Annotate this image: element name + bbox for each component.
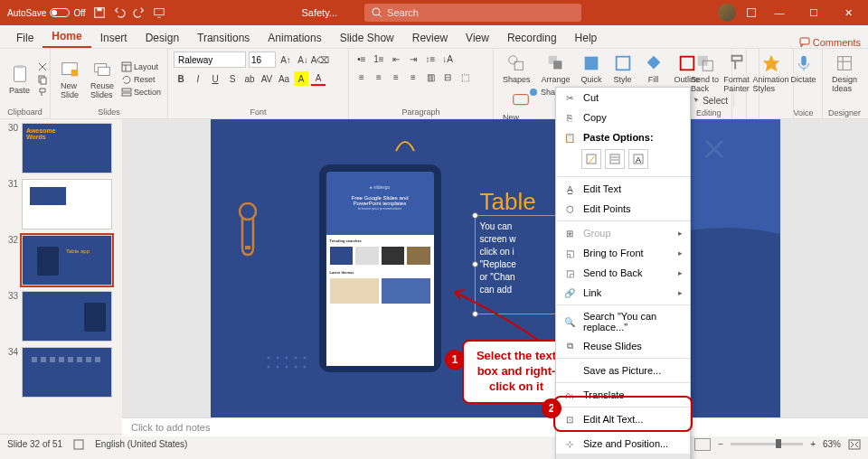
reuse-slides-button[interactable]: Reuse Slides	[87, 58, 118, 101]
clear-format-icon[interactable]: A⌫	[313, 52, 327, 67]
slide-thumbnails-panel[interactable]: 30AwesomeWords 31 32Table app 33 34	[0, 119, 122, 434]
thumbnail-32[interactable]: Table app	[22, 235, 112, 286]
minimize-button[interactable]: —	[767, 7, 792, 18]
ctx-translate[interactable]: 🗛Translate	[556, 385, 690, 405]
new-slide-button[interactable]: New Slide	[56, 58, 83, 101]
underline-button[interactable]: U	[208, 71, 222, 86]
arrange-button[interactable]: Arrange	[538, 52, 574, 86]
increase-font-icon[interactable]: A↑	[278, 52, 293, 67]
ctx-save-picture[interactable]: Save as Picture...	[556, 361, 690, 380]
change-case-button[interactable]: Aa	[277, 71, 291, 86]
present-icon[interactable]	[153, 6, 165, 19]
language-status[interactable]: English (United States)	[95, 439, 187, 449]
style-button[interactable]: Style	[609, 52, 637, 86]
zoom-out-button[interactable]: −	[718, 439, 723, 449]
italic-button[interactable]: I	[191, 71, 205, 86]
layout-button[interactable]: Layout	[121, 61, 161, 72]
ctx-alt-text[interactable]: ⊡Edit Alt Text...	[556, 409, 690, 429]
char-spacing-button[interactable]: AV	[259, 71, 274, 86]
paste-option-theme[interactable]	[581, 149, 601, 169]
ctx-copy[interactable]: ⎘Copy	[556, 108, 690, 127]
shadow-button[interactable]: ab	[242, 71, 257, 86]
ctx-format-shape[interactable]: ◆Format Shape...	[556, 454, 690, 459]
font-size-input[interactable]	[249, 52, 276, 68]
ctx-size-position[interactable]: ⊹Size and Position...	[556, 434, 690, 454]
tab-animations[interactable]: Animations	[259, 28, 330, 48]
format-painter-icon[interactable]	[37, 87, 48, 98]
notes-pane[interactable]: Click to add notes	[122, 417, 868, 436]
save-icon[interactable]	[93, 6, 106, 19]
line-spacing-button[interactable]: ↕≡	[423, 52, 438, 66]
ctx-bring-front[interactable]: ◱Bring to Front▸	[556, 243, 690, 263]
quick-styles-button[interactable]: Quick	[578, 52, 606, 86]
align-center-button[interactable]: ≡	[372, 70, 386, 84]
bold-button[interactable]: B	[174, 71, 188, 86]
ctx-edit-points[interactable]: ⬡Edit Points	[556, 199, 690, 219]
tab-insert[interactable]: Insert	[91, 28, 137, 48]
ctx-link[interactable]: 🔗Link▸	[556, 283, 690, 303]
zoom-slider[interactable]	[731, 443, 803, 445]
select-button[interactable]: Select	[693, 95, 728, 106]
slide-canvas[interactable]: ● slidesgo Free Google Slides and PowerP…	[122, 119, 868, 417]
numbering-button[interactable]: 1≡	[372, 52, 386, 66]
ribbon-display-icon[interactable]	[745, 6, 758, 19]
decrease-font-icon[interactable]: A↓	[296, 52, 310, 67]
search-box[interactable]	[364, 4, 581, 22]
tab-recording[interactable]: Recording	[498, 28, 566, 48]
font-name-input[interactable]	[174, 52, 246, 68]
align-left-button[interactable]: ≡	[354, 70, 369, 84]
tab-slideshow[interactable]: Slide Show	[331, 28, 403, 48]
bullets-button[interactable]: •≡	[354, 52, 369, 66]
slideshow-view-button[interactable]	[694, 438, 711, 451]
tab-help[interactable]: Help	[566, 28, 607, 48]
tab-review[interactable]: Review	[403, 28, 457, 48]
paste-button[interactable]: Paste	[5, 62, 33, 97]
search-input[interactable]	[387, 7, 574, 18]
paste-option-text[interactable]: A	[628, 149, 648, 169]
tab-home[interactable]: Home	[42, 26, 90, 48]
tab-design[interactable]: Design	[137, 28, 188, 48]
ctx-group[interactable]: ⊞Group▸	[556, 223, 690, 243]
cut-icon[interactable]	[37, 61, 48, 72]
thumbnail-33[interactable]	[22, 291, 112, 342]
tab-file[interactable]: File	[7, 28, 42, 48]
align-right-button[interactable]: ≡	[389, 70, 403, 84]
comments-button[interactable]: Comments	[799, 37, 861, 48]
decrease-indent-button[interactable]: ⇤	[389, 52, 403, 66]
section-button[interactable]: Section	[121, 87, 161, 98]
zoom-level[interactable]: 63%	[823, 439, 841, 449]
tab-view[interactable]: View	[457, 28, 498, 48]
undo-icon[interactable]	[113, 6, 126, 19]
design-ideas-button[interactable]: Design Ideas	[828, 52, 861, 95]
accessibility-icon[interactable]	[73, 439, 84, 450]
ctx-reuse-slides[interactable]: ⧉Reuse Slides	[556, 336, 690, 356]
autosave-toggle[interactable]: AutoSave Off	[7, 8, 86, 18]
thumbnail-34[interactable]	[22, 347, 112, 398]
tab-transitions[interactable]: Transitions	[188, 28, 259, 48]
strikethrough-button[interactable]: S	[225, 71, 240, 86]
ctx-edit-text[interactable]: A̲Edit Text	[556, 179, 690, 199]
reset-button[interactable]: Reset	[121, 74, 161, 85]
align-text-button[interactable]: ⊟	[440, 70, 455, 84]
highlight-button[interactable]: A	[294, 71, 308, 86]
text-direction-button[interactable]: ↓A	[440, 52, 455, 66]
maximize-button[interactable]: ☐	[801, 7, 826, 19]
fit-to-window-icon[interactable]	[848, 439, 861, 450]
ctx-send-back[interactable]: ◲Send to Back▸	[556, 263, 690, 283]
thumbnail-31[interactable]	[22, 179, 112, 230]
slide-title[interactable]: Table	[480, 188, 536, 216]
redo-icon[interactable]	[133, 6, 146, 19]
paste-option-source[interactable]	[605, 149, 625, 169]
justify-button[interactable]: ≡	[406, 70, 420, 84]
ctx-cut[interactable]: ✂Cut	[556, 88, 690, 108]
copy-icon[interactable]	[37, 74, 48, 85]
columns-button[interactable]: ▥	[423, 70, 438, 84]
close-button[interactable]: ✕	[835, 7, 861, 19]
thumbnail-30[interactable]: AwesomeWords	[22, 123, 112, 173]
fill-button[interactable]: Fill	[640, 52, 667, 86]
increase-indent-button[interactable]: ⇥	[406, 52, 420, 66]
animation-styles-button[interactable]: Animation Styles	[754, 52, 788, 95]
font-color-button[interactable]: A	[311, 71, 326, 86]
smartart-button[interactable]: ⬚	[458, 70, 472, 84]
dictate-button[interactable]: Dictate	[790, 52, 816, 86]
